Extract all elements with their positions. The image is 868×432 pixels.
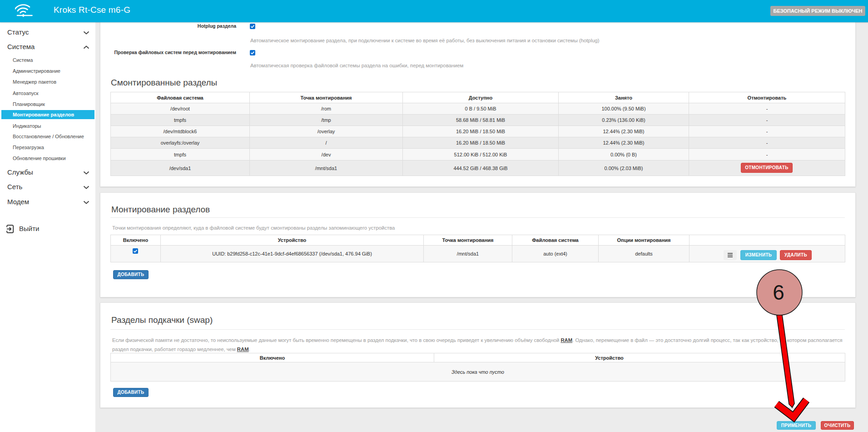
svg-text:6: 6 [773,281,784,304]
